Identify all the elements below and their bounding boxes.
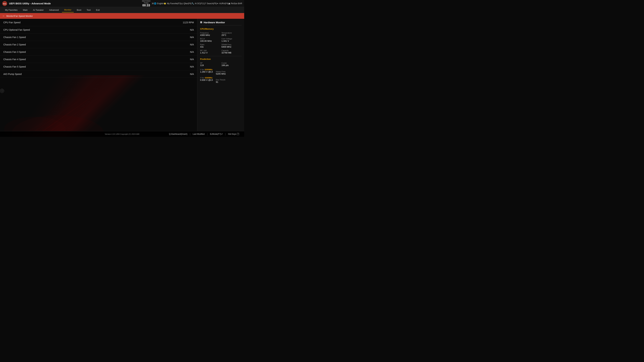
main-layout: CPU Fan Speed 1123 RPM CPU Optional Fan … bbox=[0, 19, 244, 131]
stat-cooler: Cooler 166 pts bbox=[222, 62, 242, 66]
dos-thresh-label: Dos Thresh bbox=[216, 79, 226, 81]
info-icon[interactable]: ⓘ bbox=[0, 89, 4, 93]
cpu-stats-grid: Frequency 4300 MHz Temperature 29°C BCLK… bbox=[200, 32, 242, 54]
chassis4-fan-value: N/A bbox=[177, 58, 194, 61]
chassis4-fan-label: Chassis Fan 4 Speed bbox=[3, 58, 177, 61]
nav-advanced[interactable]: Advanced bbox=[47, 8, 61, 12]
nav-main[interactable]: Main bbox=[20, 8, 30, 12]
nav-boot[interactable]: Boot bbox=[74, 8, 84, 12]
frequency-label: Frequency bbox=[200, 32, 220, 34]
time-display: 00:33 bbox=[142, 4, 150, 7]
breadcrumb: ← Monitor\Fan Speed Monitor bbox=[0, 13, 244, 19]
bclk-value: 100.00 MHz bbox=[200, 40, 220, 42]
cpu-fan-value: 1123 RPM bbox=[177, 21, 194, 24]
bottom-actions: Q-Dashboard(Insert) | Last Modified | Ez… bbox=[166, 133, 242, 135]
aura-button[interactable]: ✦ AURA(F4) bbox=[217, 2, 228, 5]
last-modified-button[interactable]: Last Modified bbox=[190, 133, 207, 135]
hot-keys-icon: ? bbox=[237, 133, 239, 135]
hw-monitor-icon: ⊞ bbox=[200, 21, 202, 24]
search-button[interactable]: ? Search(F9) bbox=[205, 2, 217, 5]
v1-volt: 1.260 V @L5 bbox=[200, 70, 213, 75]
bottom-bar: Version 2.22.1284 Copyright (C) 2024 AMI… bbox=[0, 131, 244, 137]
bios-title: UEFI BIOS Utility - Advanced Mode bbox=[9, 2, 51, 5]
nav-ai-tweaker[interactable]: Ai Tweaker bbox=[31, 8, 46, 12]
language-label: English bbox=[157, 2, 164, 5]
stat-core-voltage: Core Voltage 1.341 V bbox=[222, 38, 242, 42]
sp-value: 119 bbox=[200, 64, 220, 66]
dram-freq-label: DRAM Freq. bbox=[222, 43, 242, 45]
ai-oc-label: AI OC(F11) bbox=[195, 2, 205, 5]
frequency-value: 4300 MHz bbox=[200, 34, 220, 36]
prediction-section: SP 119 Cooler 166 pts V for 5205MHz 1.26… bbox=[200, 62, 242, 83]
chassis3-fan-label: Chassis Fan 3 Speed bbox=[3, 51, 177, 53]
settings-button[interactable]: ⚙ bbox=[152, 2, 154, 5]
v1-label: V for bbox=[200, 68, 204, 70]
cpu-memory-section-title: CPU/Memory bbox=[200, 28, 242, 30]
hardware-monitor-panel: ⊞ Hardware Monitor CPU/Memory Frequency … bbox=[197, 19, 244, 131]
qfan-button[interactable]: ◎ Qfan(F6) bbox=[181, 2, 192, 5]
stat-bclk: BCLK 100.00 MHz bbox=[200, 38, 220, 42]
search-label: Search(F9) bbox=[207, 2, 217, 5]
breadcrumb-text: Monitor\Fan Speed Monitor bbox=[6, 15, 33, 17]
ai-oc-icon: 🔧 bbox=[192, 2, 194, 5]
rog-logo: ROG bbox=[2, 1, 8, 6]
aio-pump-label: AIO Pump Speed bbox=[3, 73, 177, 75]
fan-row-chassis2[interactable]: Chassis Fan 2 Speed N/A bbox=[0, 41, 197, 48]
search-icon: ? bbox=[205, 2, 206, 5]
cpu-optional-fan-label: CPU Optional Fan Speed bbox=[3, 28, 177, 31]
aio-pump-value: N/A bbox=[177, 73, 194, 75]
nav-exit[interactable]: Exit bbox=[94, 8, 102, 12]
chassis5-fan-label: Chassis Fan 5 Speed bbox=[3, 65, 177, 68]
capacity-value: 32768 MB bbox=[222, 51, 242, 54]
core-voltage-value: 1.341 V bbox=[222, 40, 242, 42]
ez-mode-button[interactable]: EzMode(F7)⏎ bbox=[208, 133, 225, 135]
fan-row-chassis4[interactable]: Chassis Fan 4 Speed N/A bbox=[0, 56, 197, 63]
resize-bar-icon: ▣ bbox=[228, 2, 230, 5]
ratio-value: 43x bbox=[200, 45, 220, 48]
fan-row-chassis5[interactable]: Chassis Fan 5 Speed N/A bbox=[0, 63, 197, 70]
nav-menu: My Favorites Main Ai Tweaker Advanced Mo… bbox=[0, 7, 244, 13]
stat-capacity: Capacity 32768 MB bbox=[222, 49, 242, 54]
temperature-value: 29°C bbox=[222, 34, 242, 36]
resize-bar-button[interactable]: ▣ ReSize BAR bbox=[228, 2, 242, 5]
fan-row-aio-pump[interactable]: AIO Pump Speed N/A bbox=[0, 70, 197, 78]
chassis1-fan-label: Chassis Fan 1 Speed bbox=[3, 36, 177, 38]
qfan-icon: ◎ bbox=[181, 2, 183, 5]
aura-icon: ✦ bbox=[217, 2, 218, 5]
bclk-label: BCLK bbox=[200, 38, 220, 40]
favorite-label: My Favorite(F3) bbox=[167, 2, 181, 5]
last-modified-label: Last Modified bbox=[193, 133, 204, 135]
nav-monitor[interactable]: Monitor bbox=[62, 7, 74, 12]
v-5205-block: V for 5205MHz 1.260 V @L5 Heavy Freq 520… bbox=[200, 68, 242, 75]
ai-oc-button[interactable]: 🔧 AI OC(F11) bbox=[192, 2, 205, 5]
cpu-fan-label: CPU Fan Speed bbox=[3, 21, 177, 24]
fan-row-cpu-optional[interactable]: CPU Optional Fan Speed N/A bbox=[0, 26, 197, 33]
q-dashboard-button[interactable]: Q-Dashboard(Insert) bbox=[166, 133, 190, 135]
fan-row-chassis3[interactable]: Chassis Fan 3 Speed N/A bbox=[0, 48, 197, 56]
language-button[interactable]: 🌐 English bbox=[154, 2, 164, 5]
fan-row-chassis1[interactable]: Chassis Fan 1 Speed N/A bbox=[0, 33, 197, 41]
my-favorite-button[interactable]: ⭐ My Favorite(F3) bbox=[164, 2, 181, 5]
datetime-block: 09/27/2024 Friday 00:33 bbox=[142, 0, 150, 7]
core-voltage-label: Core Voltage bbox=[222, 38, 242, 40]
capacity-label: Capacity bbox=[222, 49, 242, 51]
language-icon: 🌐 bbox=[154, 2, 156, 5]
dos-thresh-value: 91 bbox=[216, 81, 226, 83]
temperature-label: Temperature bbox=[222, 32, 242, 34]
chassis5-fan-value: N/A bbox=[177, 65, 194, 68]
nav-tool[interactable]: Tool bbox=[84, 8, 93, 12]
back-button[interactable]: ← bbox=[2, 14, 5, 17]
content-area: CPU Fan Speed 1123 RPM CPU Optional Fan … bbox=[0, 19, 197, 131]
cpu-optional-fan-value: N/A bbox=[177, 28, 194, 31]
fan-row-cpu[interactable]: CPU Fan Speed 1123 RPM bbox=[0, 19, 197, 26]
prediction-section-title: Prediction bbox=[200, 58, 242, 60]
stat-temperature: Temperature 29°C bbox=[222, 32, 242, 36]
version-text: Version 2.22.1284 Copyright (C) 2024 AMI bbox=[105, 133, 140, 135]
stat-sp: SP 119 bbox=[200, 62, 220, 66]
stat-frequency: Frequency 4300 MHz bbox=[200, 32, 220, 36]
mc-volt-label: MC Volt. bbox=[200, 49, 220, 51]
stat-dram-freq: DRAM Freq. 6400 MHz bbox=[222, 43, 242, 48]
hot-keys-button[interactable]: Hot Keys ? bbox=[226, 133, 242, 135]
cooler-value: 166 pts bbox=[222, 64, 242, 66]
nav-my-favorites[interactable]: My Favorites bbox=[3, 8, 20, 12]
